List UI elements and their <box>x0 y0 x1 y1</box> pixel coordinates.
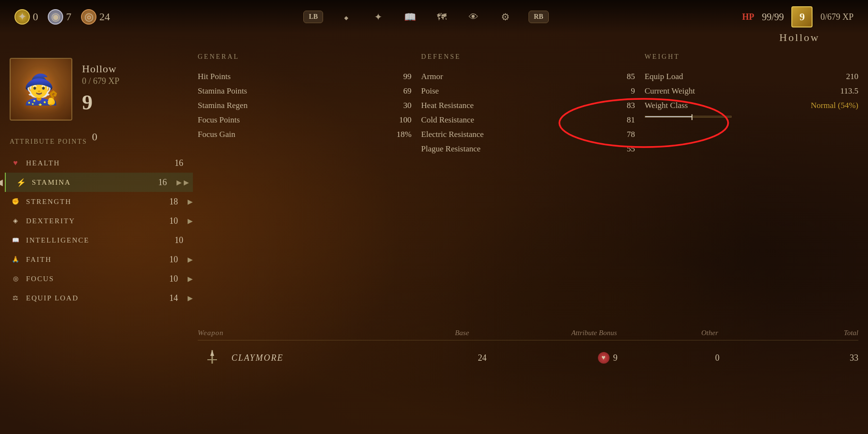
defense-panel: DEFENSE Armor 85 Poise 9 Heat Resistance… <box>421 53 635 156</box>
stat-value-cold-resistance: 81 <box>611 115 635 125</box>
stat-value-electric-resistance: 78 <box>611 130 635 139</box>
attr-name-intelligence: Intelligence <box>26 236 175 244</box>
stat-value-focus-gain: 18% <box>387 130 411 139</box>
weapon-header-weapon: Weapon <box>198 329 396 337</box>
stat-name-heat-resistance: Heat Resistance <box>421 101 610 110</box>
lb-button[interactable]: LB <box>303 11 323 23</box>
attr-value-focus: 10 <box>169 274 178 284</box>
avatar-figure: 🧙 <box>23 72 59 107</box>
char-name-title: Hollow <box>779 31 820 44</box>
attr-name-equip-load: Equip Load <box>26 294 169 302</box>
attr-row-equip-load[interactable]: ⚖ Equip Load 14 ▶ <box>10 288 193 308</box>
bronze-currency: ◎ 24 <box>81 9 110 25</box>
stat-name-plague-resistance: Plague Resistance <box>421 144 610 154</box>
attr-value-stamina: 16 <box>158 177 167 188</box>
stat-focus-points: Focus Points 100 <box>198 113 411 127</box>
silver-icon: ◉ <box>48 9 63 25</box>
nav-skill-icon[interactable]: ⬥ <box>338 8 355 26</box>
weight-bar <box>645 116 732 118</box>
attr-row-faith[interactable]: 🙏 Faith 10 ▶ <box>10 250 193 269</box>
top-bar: ✦ 0 ◉ 7 ◎ 24 LB ⬥ ✦ 📖 🗺 👁 ⚙ RB HP 99/99 … <box>0 0 868 34</box>
bronze-value: 24 <box>99 11 110 23</box>
attr-arrow-equip-load[interactable]: ▶ <box>188 294 193 302</box>
stat-value-plague-resistance: 55 <box>611 144 635 154</box>
character-name: Hollow <box>82 63 120 75</box>
weapon-table-header: Weapon Base Attribute Bonus Other Total <box>198 326 858 340</box>
stat-heat-resistance: Heat Resistance 83 <box>421 98 635 113</box>
attr-row-health[interactable]: ♥ Health 16 <box>10 153 193 173</box>
attr-arrow-focus[interactable]: ▶ <box>188 275 193 283</box>
nav-map-icon[interactable]: 🗺 <box>433 8 450 26</box>
nav-gear-icon[interactable]: ⚙ <box>497 8 514 26</box>
weapon-icon-claymore <box>198 349 227 366</box>
equip-load-icon: ⚖ <box>10 292 21 304</box>
stat-value-stamina-points: 69 <box>387 86 411 96</box>
gold-icon: ✦ <box>14 9 30 25</box>
attr-row-dexterity[interactable]: ◈ Dexterity 10 ▶ <box>10 211 193 231</box>
attr-value-dexterity: 10 <box>169 216 178 226</box>
attr-value-faith: 10 <box>169 255 178 265</box>
attr-points-label: Attribute Points <box>10 138 87 146</box>
stat-value-poise: 9 <box>611 86 635 96</box>
stat-name-weight-class: Weight Class <box>645 101 811 110</box>
attr-arrow-dexterity[interactable]: ▶ <box>188 217 193 225</box>
character-level: 9 <box>82 90 120 115</box>
silver-value: 7 <box>66 11 71 23</box>
stat-name-armor: Armor <box>421 72 610 81</box>
intelligence-icon: 📖 <box>10 234 21 246</box>
hp-label: HP <box>742 12 754 22</box>
attr-name-health: Health <box>26 159 175 167</box>
status-display: HP 99/99 9 0/679 XP <box>742 6 854 27</box>
nav-eye-icon[interactable]: 👁 <box>465 8 482 26</box>
weapon-table: Weapon Base Attribute Bonus Other Total … <box>198 326 858 371</box>
weapon-row-claymore[interactable]: Claymore 24 ♥ 9 0 33 <box>198 344 858 371</box>
stat-value-current-weight: 113.5 <box>834 86 858 96</box>
xp-display: 0/679 XP <box>820 12 854 22</box>
stat-name-focus-points: Focus Points <box>198 115 387 125</box>
attr-row-strength[interactable]: ✊ Strength 18 ▶ <box>10 192 193 211</box>
character-xp: 0 / 679 XP <box>82 76 120 86</box>
stamina-icon: ⚡ <box>15 176 27 188</box>
attr-bonus-icon-claymore: ♥ <box>598 352 610 364</box>
attr-arrow-stamina[interactable]: ▶ <box>176 178 182 187</box>
stat-cold-resistance: Cold Resistance 81 <box>421 113 635 127</box>
currency-display: ✦ 0 ◉ 7 ◎ 24 <box>14 9 110 25</box>
level-badge: 9 <box>791 6 813 27</box>
weight-bar-wrapper <box>645 116 858 118</box>
attr-nav-left-stamina[interactable]: ◀ <box>0 177 3 188</box>
attr-arrow-strength[interactable]: ▶ <box>188 198 193 206</box>
attr-arrow-stamina2[interactable]: ▶ <box>184 178 189 187</box>
svg-marker-2 <box>210 350 214 356</box>
attr-name-stamina: Stamina <box>32 178 158 187</box>
attr-arrow-faith[interactable]: ▶ <box>188 256 193 264</box>
weapon-other-claymore: 0 <box>670 353 764 363</box>
attr-name-faith: Faith <box>26 256 169 264</box>
stat-name-poise: Poise <box>421 86 610 96</box>
attr-row-stamina[interactable]: ◀ ⚡ Stamina 16 ▶ ▶ <box>5 173 193 192</box>
attr-row-focus[interactable]: ◎ Focus 10 ▶ <box>10 269 193 288</box>
nav-bar: LB ⬥ ✦ 📖 🗺 👁 ⚙ RB <box>303 8 548 26</box>
focus-icon: ◎ <box>10 273 21 285</box>
weapon-total-claymore: 33 <box>764 353 858 363</box>
weapon-attr-bonus-claymore: ♥ 9 <box>545 352 670 364</box>
dexterity-icon: ◈ <box>10 215 21 227</box>
stat-name-electric-resistance: Electric Resistance <box>421 130 610 139</box>
weapon-header-total: Total <box>760 329 859 337</box>
attr-row-intelligence[interactable]: 📖 Intelligence 10 <box>10 231 193 250</box>
stat-stamina-regen: Stamina Regen 30 <box>198 98 411 113</box>
stat-current-weight: Current Weight 113.5 <box>645 84 858 98</box>
stats-container: GENERAL Hit Points 99 Stamina Points 69 … <box>198 53 858 156</box>
attr-bonus-value-claymore: 9 <box>613 353 618 363</box>
defense-title: DEFENSE <box>421 53 635 63</box>
nav-book-icon[interactable]: 📖 <box>401 8 419 26</box>
health-icon: ♥ <box>10 157 21 169</box>
claymore-icon <box>203 349 221 366</box>
rb-button[interactable]: RB <box>529 11 548 23</box>
character-info: Hollow 0 / 679 XP 9 <box>82 63 120 115</box>
stat-value-stamina-regen: 30 <box>387 101 411 110</box>
general-panel: GENERAL Hit Points 99 Stamina Points 69 … <box>198 53 411 156</box>
faith-icon: 🙏 <box>10 254 21 265</box>
stat-name-focus-gain: Focus Gain <box>198 130 387 139</box>
character-avatar: 🧙 <box>10 58 72 121</box>
nav-class-icon[interactable]: ✦ <box>369 8 387 26</box>
